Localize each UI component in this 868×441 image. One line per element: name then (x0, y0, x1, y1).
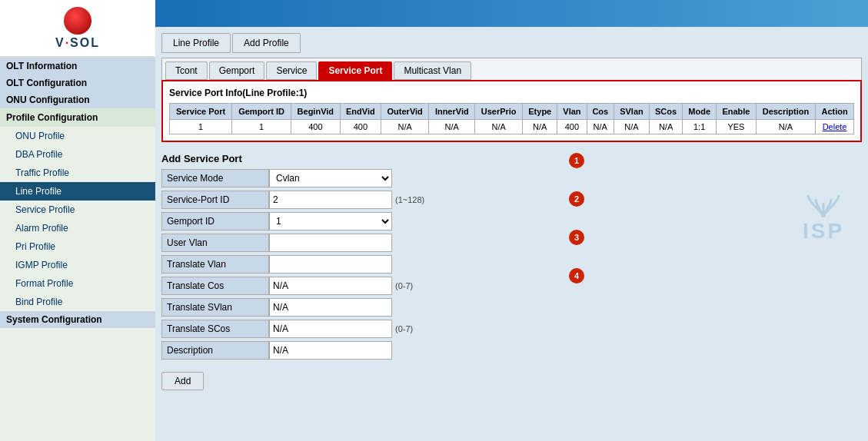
form-row-8: Description (161, 341, 424, 360)
subtab-service-port[interactable]: Service Port (318, 61, 392, 80)
sidebar: V·SOL OLT InformationOLT ConfigurationON… (0, 0, 155, 441)
tab-add-profile[interactable]: Add Profile (232, 33, 301, 53)
table-cell-12: 1:1 (683, 120, 717, 134)
sidebar-item-igmp-profile[interactable]: IGMP Profile (0, 256, 155, 274)
form-row-3: User Vlan (161, 234, 424, 252)
add-service-port-section: Add Service Port ISP Service ModeCvlanSv… (161, 150, 862, 393)
table-row: 11400400N/AN/AN/AN/A400N/AN/AN/A1:1YESN/… (170, 120, 854, 134)
sidebar-item-format-profile[interactable]: Format Profile (0, 274, 155, 293)
form-row-0: Service ModeCvlanSvlanTransparent (161, 169, 424, 187)
form-row-6: Translate SVlan (161, 298, 424, 317)
subtabs-row: Tcont Gemport Service Service Port Multi… (161, 58, 862, 80)
sidebar-item-pri-profile[interactable]: Pri Profile (0, 237, 155, 256)
form-label-5: Translate Cos (161, 277, 269, 295)
table-cell-10: N/A (614, 120, 650, 134)
form-input-6[interactable] (269, 298, 392, 317)
service-port-table: Service PortGemport IDBeginVidEndVidOute… (169, 103, 854, 134)
form-hint-7: (0-7) (395, 324, 413, 333)
table-header-action: Action (816, 104, 854, 120)
table-header-innervid: InnerVid (429, 104, 475, 120)
form-select-2[interactable]: 1234 (269, 212, 392, 230)
table-cell-15[interactable]: Delete (816, 120, 854, 134)
form-hint-1: (1~128) (395, 195, 424, 204)
form-label-0: Service Mode (161, 169, 269, 187)
form-label-8: Description (161, 341, 269, 360)
step-badge-3: 3 (569, 230, 584, 245)
table-cell-3: 400 (340, 120, 381, 134)
table-header-scos: SCos (649, 104, 682, 120)
table-header-beginvid: BeginVid (291, 104, 341, 120)
form-label-6: Translate SVlan (161, 298, 269, 317)
table-header-description: Description (756, 104, 815, 120)
table-header-outervid: OuterVid (381, 104, 429, 120)
sidebar-item-traffic-profile[interactable]: Traffic Profile (0, 164, 155, 182)
table-header-vlan: Vlan (557, 104, 587, 120)
form-hint-5: (0-7) (395, 281, 413, 290)
form-label-4: Translate Vlan (161, 255, 269, 274)
form-label-7: Translate SCos (161, 320, 269, 338)
add-section-title: Add Service Port (161, 153, 862, 164)
content-area: Line Profile Add Profile Tcont Gemport S… (155, 27, 868, 441)
form-input-1[interactable] (269, 191, 392, 209)
form-label-1: Service-Port ID (161, 191, 269, 209)
subtab-gemport[interactable]: Gemport (209, 61, 265, 80)
step-badge-2: 2 (569, 191, 584, 207)
sidebar-item-profile-configuration[interactable]: Profile Configuration (0, 108, 155, 127)
form-select-0[interactable]: CvlanSvlanTransparent (269, 169, 392, 187)
sidebar-item-line-profile[interactable]: Line Profile (0, 182, 155, 201)
signal-icon (800, 188, 846, 219)
header-tabs: Line Profile Add Profile (161, 33, 862, 53)
info-box: Service Port Info(Line Profile:1) Servic… (161, 80, 862, 142)
table-header-gemport-id: Gemport ID (232, 104, 291, 120)
isp-text: ISP (803, 219, 844, 244)
table-header-mode: Mode (683, 104, 717, 120)
info-box-title: Service Port Info(Line Profile:1) (169, 88, 854, 98)
step-badge-4: 4 (569, 268, 584, 284)
form-label-3: User Vlan (161, 234, 269, 252)
table-cell-4: N/A (381, 120, 429, 134)
logo-icon (64, 7, 91, 35)
table-header-enable: Enable (717, 104, 757, 120)
form-input-4[interactable] (269, 255, 392, 274)
table-cell-0: 1 (170, 120, 232, 134)
table-header-svlan: SVlan (614, 104, 650, 120)
main-area: Line Profile Add Profile Tcont Gemport S… (155, 0, 868, 441)
table-cell-2: 400 (291, 120, 341, 134)
sidebar-item-service-profile[interactable]: Service Profile (0, 201, 155, 219)
isp-watermark: ISP (800, 188, 846, 244)
form-input-7[interactable] (269, 320, 392, 338)
table-cell-7: N/A (523, 120, 557, 134)
form-input-8[interactable] (269, 341, 392, 360)
table-cell-14: N/A (756, 120, 815, 134)
svg-point-0 (821, 213, 826, 217)
table-cell-11: N/A (649, 120, 682, 134)
sidebar-item-olt-configuration[interactable]: OLT Configuration (0, 75, 155, 91)
form-label-2: Gemport ID (161, 212, 269, 230)
sidebar-item-olt-information[interactable]: OLT Information (0, 58, 155, 75)
table-cell-8: 400 (557, 120, 587, 134)
sidebar-item-onu-profile[interactable]: ONU Profile (0, 127, 155, 145)
add-button[interactable]: Add (161, 372, 204, 390)
table-header-endvid: EndVid (340, 104, 381, 120)
sidebar-item-dba-profile[interactable]: DBA Profile (0, 145, 155, 164)
form-row-4: Translate Vlan (161, 255, 424, 274)
form-row-2: Gemport ID1234 (161, 212, 424, 230)
logo-text: V·SOL (55, 36, 100, 50)
step-badge-1: 1 (569, 153, 584, 168)
tab-line-profile[interactable]: Line Profile (161, 33, 231, 53)
table-cell-1: 1 (232, 120, 291, 134)
subtab-multicast-vlan[interactable]: Multicast Vlan (394, 61, 471, 80)
table-cell-9: N/A (587, 120, 614, 134)
form-input-5[interactable] (269, 277, 392, 295)
table-cell-5: N/A (429, 120, 475, 134)
sidebar-item-alarm-profile[interactable]: Alarm Profile (0, 219, 155, 237)
sidebar-item-onu-configuration[interactable]: ONU Configuration (0, 91, 155, 108)
sidebar-item-bind-profile[interactable]: Bind Profile (0, 293, 155, 311)
subtab-tcont[interactable]: Tcont (165, 61, 208, 80)
subtab-service[interactable]: Service (266, 61, 317, 80)
form-row-1: Service-Port ID(1~128) (161, 191, 424, 209)
form-input-3[interactable] (269, 234, 392, 252)
table-header-userprio: UserPrio (475, 104, 523, 120)
sidebar-item-system-configuration[interactable]: System Configuration (0, 311, 155, 328)
table-cell-13: YES (717, 120, 757, 134)
